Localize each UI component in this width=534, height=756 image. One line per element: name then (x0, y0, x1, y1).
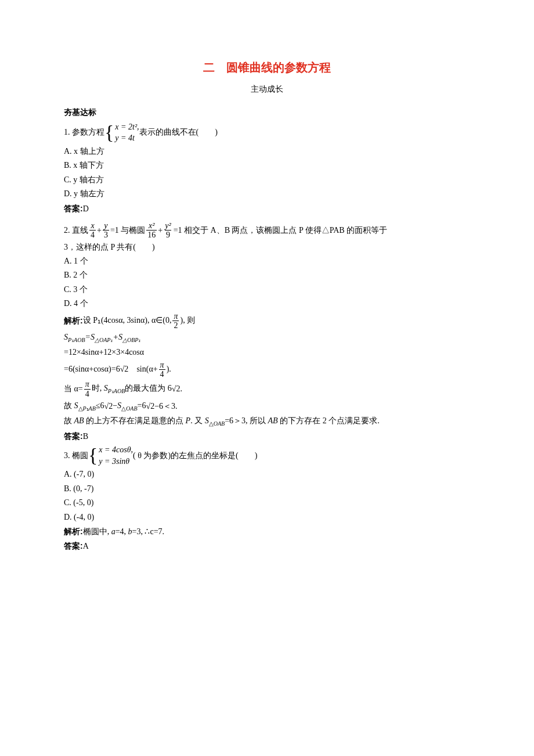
frac-num: y (103, 221, 109, 230)
q3-sys-line2: y = 3sinθ (99, 456, 133, 467)
answer-label: 答案: (64, 204, 83, 213)
q2-solution-line4: =6(sinα+cosα)=6 √2 sin(α+ π 4 ). (64, 361, 470, 379)
plus: + (158, 224, 163, 237)
q2-solution-line2: SP₁AOB=S△OAP₁+S△OBP₁ (64, 331, 470, 345)
solution-label: 解析: (64, 527, 83, 536)
q2-option-c: C. 3 个 (64, 283, 470, 296)
q3-option-b: B. (0, -7) (64, 483, 470, 495)
q3-answer-line: 答案:A (64, 539, 470, 553)
fraction: y² 9 (164, 221, 172, 240)
answer-label: 答案: (64, 541, 83, 550)
q2-solution-line6: 故 S△P₁AB≤6 √2 −S△OAB=6 √2 −6＜3. (64, 399, 470, 413)
q2-stem-line2: 3，这样的点 P 共有( ) (64, 241, 470, 254)
q1-stem: 1. 参数方程 { x = 2t², y = 4t 表示的曲线不在( ) (64, 121, 470, 144)
q3-option-a: A. (-7, 0) (64, 468, 470, 481)
frac-num: π (159, 361, 165, 369)
brace-icon: { (88, 447, 98, 465)
q3-stem-lead: 3. 椭圆 (64, 449, 88, 462)
q2-solution-line1: 解析: 设 P₁(4cosα, 3sinα), α∈(0, π 2 ), 则 (64, 312, 470, 330)
page-subtitle: 主动成长 (64, 82, 470, 95)
q2-answer-line: 答案:B (64, 430, 470, 443)
q3-system: { x = 4cosθ, y = 3sinθ (88, 444, 133, 467)
q1-option-a: A. x 轴上方 (64, 145, 470, 158)
q2-lead: 2. 直线 (64, 224, 88, 237)
page: 二 圆锥曲线的参数方程 主动成长 夯基达标 1. 参数方程 { x = 2t²,… (0, 0, 534, 756)
text: −6＜3. (154, 400, 177, 413)
q3-answer: A (83, 542, 89, 550)
q2-solution-line7: 故 AB 的上方不存在满足题意的点 P. 又 S△OAB=6＞3, 所以 AB … (64, 415, 470, 429)
fraction: π 2 (172, 312, 179, 330)
frac-den: 4 (159, 369, 165, 379)
q3-option-c: C. (-5, 0) (64, 496, 470, 509)
q2-option-d: D. 4 个 (64, 297, 470, 310)
sqrt: √2 (172, 383, 181, 395)
frac-den: 4 (89, 230, 96, 239)
solution-label: 解析: (64, 314, 83, 327)
text: =1 与椭圆 (110, 224, 145, 237)
q1-option-b: B. x 轴下方 (64, 159, 470, 172)
frac-num: π (172, 312, 179, 321)
fraction: x² 16 (146, 221, 157, 240)
q2-stem-line1: 2. 直线 x 4 + y 3 =1 与椭圆 x² 16 + y² 9 =1 相… (64, 221, 470, 240)
sqrt: √2 (120, 363, 129, 376)
q1-sys-line2: y = 4t (115, 132, 139, 144)
text: =1 相交于 A、B 两点，该椭圆上点 P 使得△PAB 的面积等于 (174, 224, 388, 237)
q1-sys-line1: x = 2t², (115, 121, 139, 133)
q1-stem-tail: 表示的曲线不在( ) (139, 126, 218, 139)
brace-icon: { (104, 124, 114, 142)
text: 时, SP₁AOB的最大值为 6 (92, 382, 172, 396)
q2-option-a: A. 1 个 (64, 255, 470, 268)
q1-option-d: D. y 轴左方 (64, 188, 470, 200)
q3-stem-tail: ( θ 为参数)的左焦点的坐标是( ) (133, 449, 257, 462)
page-title: 二 圆锥曲线的参数方程 (64, 58, 470, 77)
frac-num: π (84, 380, 91, 388)
text: . (180, 383, 182, 395)
q2-option-b: B. 2 个 (64, 269, 470, 282)
text: ), 则 (180, 314, 195, 327)
fraction: π 4 (159, 361, 165, 379)
frac-den: 2 (172, 321, 179, 330)
q1-option-c: C. y 轴右方 (64, 174, 470, 186)
q1-system: { x = 2t², y = 4t (104, 121, 139, 144)
q3-stem: 3. 椭圆 { x = 4cosθ, y = 3sinθ ( θ 为参数)的左焦… (64, 444, 470, 467)
sqrt: √2 (104, 400, 113, 413)
section-heading: 夯基达标 (64, 106, 470, 118)
text: 当 α= (64, 383, 83, 395)
q1-answer: D (83, 204, 89, 213)
frac-den: 16 (146, 230, 157, 239)
q3-option-d: D. (-4, 0) (64, 511, 470, 524)
text: =6(sinα+cosα)=6 (64, 363, 120, 376)
sqrt: √2 (146, 400, 154, 413)
text: ). (167, 363, 171, 376)
q3-solution-line: 解析:椭圆中, a=4, b=3, ∴c=7. (64, 525, 470, 538)
text: 设 P₁(4cosα, 3sinα), α∈(0, (83, 314, 172, 327)
fraction: x 4 (89, 221, 96, 240)
frac-num: x² (147, 221, 156, 230)
frac-den: 4 (84, 389, 91, 398)
q2-solution-line3: =12×4sinα+12×3×4cosα (64, 346, 470, 359)
q1-answer-line: 答案:D (64, 202, 470, 215)
q1-stem-lead: 1. 参数方程 (64, 126, 104, 139)
fraction: y 3 (103, 221, 109, 240)
frac-num: y² (164, 221, 172, 230)
q2-answer: B (83, 432, 88, 441)
frac-den: 9 (165, 230, 171, 239)
answer-label: 答案: (64, 431, 83, 441)
fraction: π 4 (84, 380, 91, 398)
q3-solution: 椭圆中, a=4, b=3, ∴c=7. (83, 527, 164, 536)
plus: + (97, 224, 102, 237)
frac-den: 3 (103, 230, 109, 239)
frac-num: x (89, 221, 95, 230)
text: sin(α+ (128, 363, 157, 376)
text: 故 S△P₁AB≤6 (64, 399, 104, 413)
q2-solution-line5: 当 α= π 4 时, SP₁AOB的最大值为 6 √2 . (64, 380, 470, 398)
text: −S△OAB=6 (113, 399, 146, 413)
q3-sys-line1: x = 4cosθ, (99, 444, 133, 456)
